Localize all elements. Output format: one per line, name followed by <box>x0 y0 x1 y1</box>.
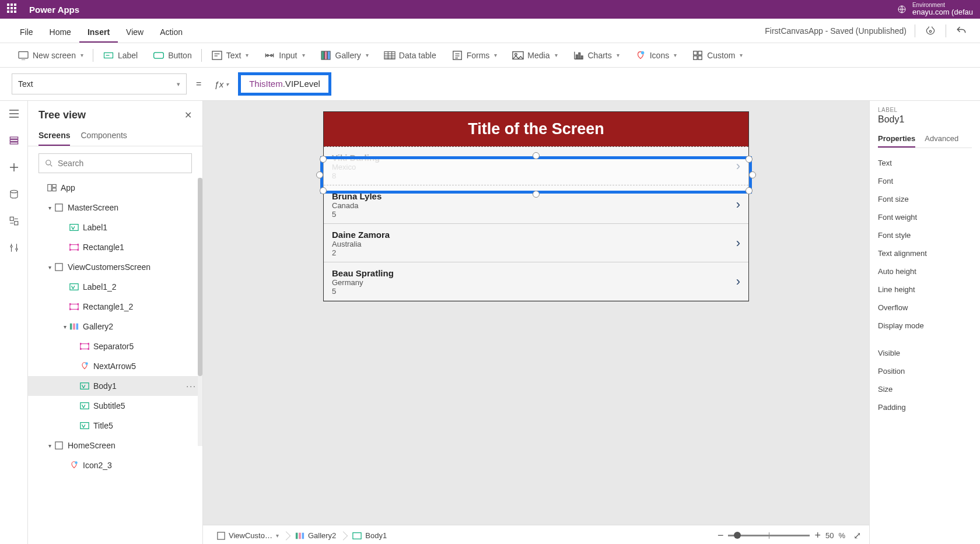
tree-tab-screens[interactable]: Screens <box>38 126 70 146</box>
prop-row-font-size[interactable]: Font size <box>878 190 972 208</box>
zoom-slider[interactable] <box>728 535 810 536</box>
fx-label[interactable]: ƒx▾ <box>211 79 232 89</box>
tree-node-nextarrow5[interactable]: NextArrow5 <box>28 356 202 376</box>
undo-icon[interactable] <box>954 24 968 38</box>
chevron-icon[interactable]: ▾ <box>61 324 69 330</box>
tree-node-viewcustomersscreen[interactable]: ▾ViewCustomersScreen <box>28 257 202 277</box>
next-arrow-icon[interactable]: › <box>736 197 740 212</box>
tree-node-masterscreen[interactable]: ▾MasterScreen <box>28 198 202 217</box>
ribbon-input[interactable]: Input▾ <box>258 48 310 63</box>
ribbon-icons[interactable]: Icons▾ <box>629 48 682 63</box>
menu-tab-home[interactable]: Home <box>41 22 79 43</box>
menu-tab-view[interactable]: View <box>118 22 152 43</box>
fit-screen-icon[interactable]: ⤢ <box>853 530 861 541</box>
prop-row-font-style[interactable]: Font style <box>878 226 972 244</box>
chevron-icon[interactable]: ▾ <box>46 264 54 271</box>
resize-handle[interactable] <box>320 156 327 163</box>
rail-data-icon[interactable] <box>7 187 21 201</box>
prop-row-font[interactable]: Font <box>878 172 972 190</box>
tree-node-body1[interactable]: Body1··· <box>28 376 202 396</box>
gallery-item[interactable]: Beau SpratlingGermany5› <box>324 262 748 301</box>
ribbon-forms[interactable]: Forms▾ <box>446 48 503 63</box>
rail-tree-icon[interactable] <box>7 134 21 148</box>
tree-node-title5[interactable]: Title5 <box>28 416 202 436</box>
prop-row-display-mode[interactable]: Display mode <box>878 317 972 335</box>
icons-icon <box>635 50 646 61</box>
breadcrumb-item[interactable]: ViewCusto…▾ <box>211 529 285 542</box>
resize-handle[interactable] <box>746 156 752 163</box>
tree-node-label1-2[interactable]: Label1_2 <box>28 277 202 297</box>
tree-node-rectangle1[interactable]: Rectangle1 <box>28 237 202 257</box>
menu-tab-file[interactable]: File <box>12 22 41 43</box>
ribbon-gallery[interactable]: Gallery▾ <box>314 48 374 63</box>
prop-row-text[interactable]: Text <box>878 154 972 172</box>
resize-handle[interactable] <box>316 171 323 178</box>
rail-hamburger-icon[interactable] <box>7 107 21 121</box>
gallery-item[interactable]: Viki DarlingMexico8› <box>324 146 748 185</box>
app-checker-icon[interactable] <box>923 24 937 38</box>
ribbon-data-table[interactable]: Data table <box>378 48 442 63</box>
formula-input[interactable]: ThisItem.VIPLevel <box>249 79 320 89</box>
tree-node-rectangle1-2[interactable]: Rectangle1_2 <box>28 297 202 317</box>
breadcrumb-label: ViewCusto… <box>229 531 272 540</box>
resize-handle[interactable] <box>533 152 540 159</box>
app-launcher-icon[interactable] <box>7 3 19 15</box>
tree-node-label1[interactable]: Label1 <box>28 217 202 237</box>
breadcrumb-item[interactable]: Gallery2 <box>289 529 342 542</box>
tree-node-homescreen[interactable]: ▾HomeScreen <box>28 436 202 455</box>
svg-rect-44 <box>70 304 78 310</box>
prop-row-padding[interactable]: Padding <box>878 398 972 416</box>
chevron-icon[interactable]: ▾ <box>46 443 54 449</box>
zoom-in-button[interactable]: + <box>814 529 821 542</box>
rail-advanced-icon[interactable] <box>7 241 21 255</box>
tree-node-gallery2[interactable]: ▾Gallery2 <box>28 317 202 336</box>
ribbon-custom[interactable]: Custom▾ <box>686 48 748 63</box>
prop-row-size[interactable]: Size <box>878 380 972 398</box>
rail-add-icon[interactable] <box>7 160 21 174</box>
tree-node-icon2-3[interactable]: Icon2_3 <box>28 455 202 475</box>
canvas-stage[interactable]: Title of the Screen Viki DarlingMexico8›… <box>203 101 869 525</box>
prop-row-overflow[interactable]: Overflow <box>878 299 972 317</box>
tree-node-separator5[interactable]: Separator5 <box>28 336 202 356</box>
property-selector[interactable]: Text ▾ <box>12 73 187 94</box>
prop-tab-properties[interactable]: Properties <box>878 131 915 148</box>
ribbon-button[interactable]: Button <box>147 48 197 63</box>
selection-outline[interactable] <box>320 156 752 194</box>
menu-tab-insert[interactable]: Insert <box>79 22 118 43</box>
ribbon-new-screen[interactable]: New screen▾ <box>12 48 89 63</box>
prop-tab-advanced[interactable]: Advanced <box>925 131 958 148</box>
next-arrow-icon[interactable]: › <box>736 274 740 289</box>
menu-tab-action[interactable]: Action <box>152 22 191 43</box>
prop-row-position[interactable]: Position <box>878 362 972 380</box>
resize-handle[interactable] <box>749 171 756 178</box>
ribbon-label[interactable]: Label <box>97 48 144 63</box>
scrollbar[interactable] <box>198 178 202 446</box>
tree-panel: Tree view ✕ ScreensComponents App▾Master… <box>28 101 203 544</box>
more-icon[interactable]: ··· <box>186 381 197 391</box>
breadcrumb-item[interactable]: Body1 <box>346 529 393 542</box>
next-arrow-icon[interactable]: › <box>736 236 740 251</box>
chevron-icon[interactable]: ▾ <box>46 205 54 211</box>
ribbon-media[interactable]: Media▾ <box>506 48 563 63</box>
resize-handle[interactable] <box>533 191 540 198</box>
rail-media-icon[interactable] <box>7 214 21 228</box>
close-icon[interactable]: ✕ <box>184 110 192 121</box>
prop-row-text-alignment[interactable]: Text alignment <box>878 244 972 262</box>
ribbon-charts[interactable]: Charts▾ <box>567 48 625 63</box>
tree-node-app[interactable]: App <box>28 178 202 198</box>
tree-node-subtitle5[interactable]: Subtitle5 <box>28 396 202 416</box>
resize-handle[interactable] <box>320 187 327 194</box>
prop-row-visible[interactable]: Visible <box>878 344 972 362</box>
tree-tab-components[interactable]: Components <box>80 126 127 146</box>
prop-row-line-height[interactable]: Line height <box>878 280 972 299</box>
prop-row-auto-height[interactable]: Auto height <box>878 262 972 280</box>
gallery-item[interactable]: Daine ZamoraAustralia2› <box>324 224 748 262</box>
tree-search[interactable] <box>38 153 192 173</box>
prop-row-font-weight[interactable]: Font weight <box>878 208 972 226</box>
resize-handle[interactable] <box>746 187 752 194</box>
tree-search-input[interactable] <box>58 159 186 168</box>
ribbon-text[interactable]: Text▾ <box>205 48 255 63</box>
chevron-down-icon: ▾ <box>366 52 369 58</box>
chevron-down-icon[interactable]: ▾ <box>276 532 279 539</box>
zoom-out-button[interactable]: − <box>718 529 724 542</box>
